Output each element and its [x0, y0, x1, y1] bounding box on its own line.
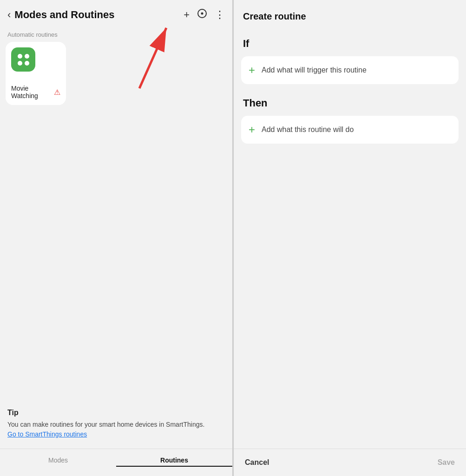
dot	[18, 61, 22, 66]
nav-routines[interactable]: Routines	[116, 455, 232, 467]
back-button[interactable]: ‹	[7, 10, 11, 20]
warning-icon: ⚠	[54, 88, 60, 97]
add-action-label: Add what this routine will do	[262, 126, 354, 134]
if-heading: If	[241, 34, 459, 53]
routines-list: Movie Watching ⚠	[0, 42, 232, 105]
dot	[18, 54, 22, 59]
spacer	[234, 148, 466, 449]
then-section: Then + Add what this routine will do	[241, 93, 459, 144]
automatic-routines-label: Automatic routines	[0, 26, 232, 42]
tip-title: Tip	[7, 409, 225, 417]
header-icons: + ⋮	[184, 8, 225, 21]
more-options-icon[interactable]: ⋮	[215, 9, 225, 21]
spacer	[0, 105, 232, 399]
if-section: If + Add what will trigger this routine	[241, 34, 459, 84]
add-trigger-icon: +	[249, 65, 255, 76]
nav-modes[interactable]: Modes	[0, 455, 116, 467]
smartthings-link[interactable]: Go to SmartThings routines	[7, 430, 87, 438]
dot	[25, 54, 29, 59]
svg-point-1	[201, 13, 203, 15]
dot	[25, 61, 29, 66]
dots-grid	[15, 51, 32, 68]
add-trigger-label: Add what will trigger this routine	[262, 66, 367, 74]
page-title: Modes and Routines	[14, 9, 184, 21]
cancel-button[interactable]: Cancel	[245, 458, 269, 467]
add-routine-button[interactable]: +	[184, 9, 190, 21]
link-icon[interactable]	[197, 8, 207, 21]
add-action-card[interactable]: + Add what this routine will do	[241, 116, 459, 144]
tip-section: Tip You can make routines for your smart…	[0, 399, 232, 449]
routine-icon	[11, 47, 35, 72]
header: ‹ Modes and Routines + ⋮	[0, 0, 232, 26]
left-panel: ‹ Modes and Routines + ⋮	[0, 0, 232, 476]
tip-text: You can make routines for your smart hom…	[7, 420, 225, 439]
bottom-actions: Cancel Save	[234, 449, 466, 476]
create-routine-title: Create routine	[234, 0, 466, 29]
add-action-icon: +	[249, 124, 255, 135]
right-panel: Create routine If + Add what will trigge…	[234, 0, 466, 476]
routine-card-movie-watching[interactable]: Movie Watching ⚠	[6, 42, 66, 105]
bottom-nav: Modes Routines	[0, 449, 232, 476]
routine-name: Movie Watching ⚠	[11, 85, 60, 99]
then-heading: Then	[241, 93, 459, 113]
save-button[interactable]: Save	[438, 458, 455, 467]
add-trigger-card[interactable]: + Add what will trigger this routine	[241, 56, 459, 84]
